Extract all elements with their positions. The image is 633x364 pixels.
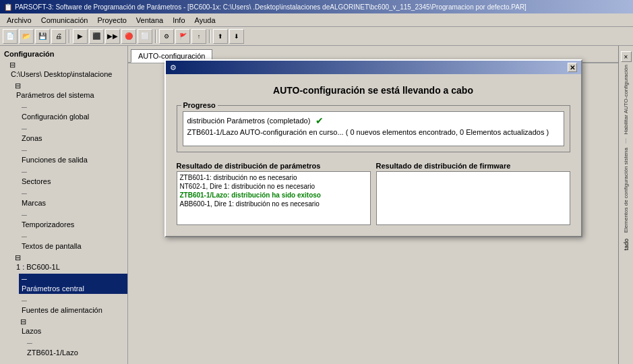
menu-ayuda[interactable]: Ayuda: [191, 16, 220, 25]
tree-item-bc600[interactable]: ⊟ 1 : BC600-1L: [0, 252, 127, 273]
tree-item-zonas1[interactable]: ─ Zonas: [0, 123, 127, 144]
tree-item-ztb601-lazo[interactable]: ─ ZTB601-1/Lazo: [0, 337, 127, 359]
menu-bar: Archivo Comunicación Proyecto Ventana In…: [0, 13, 633, 27]
toolbar-btn6[interactable]: ⬛: [89, 29, 104, 44]
result-params-line-2: NT602-1, Dire 1: distribución no es nece…: [180, 183, 367, 190]
tree-item-textos-pantalla1[interactable]: ─ Textos de pantalla: [0, 231, 127, 252]
toolbar-open[interactable]: 📂: [19, 29, 34, 44]
menu-proyecto[interactable]: Proyecto: [93, 16, 130, 25]
result-params-line-4: ABB600-1, Dire 1: distribución no es nec…: [180, 200, 367, 208]
result-params-box: ZTB601-1: distribución no es necesario N…: [177, 171, 371, 225]
progress-line-2: ZTB601-1/Lazo AUTO-configuración en curs…: [187, 128, 560, 136]
right-tado-label: tado: [623, 239, 630, 251]
toolbar: 📄 📂 💾 🖨 ▶ ⬛ ▶▶ 🔴 ⬜ ⚙ 🚩 ↑ ⬆ ⬇: [0, 27, 633, 46]
sidebar-header: Configuración: [0, 49, 127, 59]
dialog-overlay: ⚙ ✕ AUTO-configuración se está llevando …: [128, 46, 618, 364]
progress-text-1: distribución Parámetros (completado): [187, 117, 311, 125]
toolbar-param[interactable]: ⚙: [159, 29, 174, 44]
title-bar-text: PARSOFT-3: Software de Programación de P…: [15, 3, 526, 11]
tree-item-sectores[interactable]: ─ Sectores: [0, 166, 127, 187]
toolbar-btn8[interactable]: 🔴: [121, 29, 136, 44]
tree-root[interactable]: ⊟ C:\Users\ Desktop\instalacione: [0, 59, 127, 80]
tree-item-config-global[interactable]: ─ Configuración global: [0, 101, 127, 123]
tree-item-fuentes[interactable]: ─ Fuentes de alimentación: [0, 295, 127, 316]
result-firmware-label: Resultado de distribución de firmware: [376, 162, 570, 170]
toolbar-sep3: [209, 30, 210, 43]
dialog-title-left: ⚙: [170, 63, 179, 72]
results-row: Resultado de distribución de parámetros …: [177, 162, 570, 225]
tree-item-funciones-salida1[interactable]: ─ Funciones de salida: [0, 144, 127, 166]
tree-item-temporizadores[interactable]: ─ Temporizadores: [0, 209, 127, 231]
toolbar-flag[interactable]: 🚩: [175, 29, 190, 44]
result-firmware: Resultado de distribución de firmware: [376, 162, 570, 225]
toolbar-download[interactable]: ⬇: [229, 29, 244, 44]
tree-item-lazos[interactable]: ⊟ Lazos: [0, 316, 127, 337]
toolbar-upload[interactable]: ⬆: [213, 29, 228, 44]
check-icon-1: ✔: [315, 115, 324, 126]
tree-item-params-central[interactable]: ─ Parámetros central: [0, 273, 127, 295]
result-firmware-box: [376, 171, 570, 225]
main-container: Configuración ⊟ C:\Users\ Desktop\instal…: [0, 46, 633, 364]
tree-item-marcas[interactable]: ─ Marcas: [0, 187, 127, 209]
menu-ventana[interactable]: Ventana: [132, 16, 167, 25]
toolbar-btn7[interactable]: ▶▶: [105, 29, 120, 44]
tree-item-entradas[interactable]: ─ Entradas: [0, 359, 127, 364]
progress-inner: distribución Parámetros (completado) ✔ Z…: [183, 111, 564, 146]
toolbar-arrow[interactable]: ↑: [191, 29, 206, 44]
progress-legend: Progreso: [181, 101, 218, 109]
result-params: Resultado de distribución de parámetros …: [177, 162, 371, 225]
toolbar-btn5[interactable]: ▶: [73, 29, 88, 44]
right-panel: × Habilitar AUTO-configuración Elementos…: [618, 46, 633, 364]
menu-comunicacion[interactable]: Comunicación: [37, 16, 92, 25]
dialog-main-title: AUTO-configuración se está llevando a ca…: [177, 85, 570, 96]
toolbar-sep2: [155, 30, 156, 43]
progress-line-1: distribución Parámetros (completado) ✔: [187, 115, 560, 126]
result-params-label: Resultado de distribución de parámetros: [177, 162, 371, 170]
result-params-line-1: ZTB601-1: distribución no es necesario: [180, 174, 367, 181]
toolbar-save[interactable]: 💾: [35, 29, 50, 44]
menu-archivo[interactable]: Archivo: [3, 16, 36, 25]
title-bar: 📋 PARSOFT-3: Software de Programación de…: [0, 0, 633, 13]
right-panel-text1: Habilitar AUTO-configuración: [622, 62, 631, 137]
toolbar-btn9[interactable]: ⬜: [138, 29, 152, 44]
progress-text-2: ZTB601-1/Lazo AUTO-configuración en curs…: [187, 128, 549, 136]
right-panel-text2: Elementos de configuración sistena: [622, 145, 631, 235]
toolbar-new[interactable]: 📄: [3, 29, 18, 44]
result-params-line-3: ZTB601-1/Lazo: distribución ha sido exit…: [180, 191, 367, 199]
progress-section: Progreso distribución Parámetros (comple…: [177, 105, 570, 152]
tree-item-params-sistema[interactable]: ⊟ Parámetros del sistema: [0, 80, 127, 101]
dialog-body: AUTO-configuración se está llevando a ca…: [166, 74, 581, 236]
dialog-close-button[interactable]: ✕: [568, 63, 577, 72]
dialog-auto-config: ⚙ ✕ AUTO-configuración se está llevando …: [164, 59, 582, 237]
sidebar: Configuración ⊟ C:\Users\ Desktop\instal…: [0, 46, 128, 364]
content-area: AUTO-configuración ⚙ ✕ AUTO-configuració…: [128, 46, 618, 364]
toolbar-print[interactable]: 🖨: [51, 29, 66, 44]
dialog-titlebar: ⚙ ✕: [166, 61, 581, 74]
toolbar-sep1: [69, 30, 70, 43]
right-close-button[interactable]: ×: [621, 51, 632, 62]
dialog-icon: ⚙: [170, 63, 177, 72]
app-icon: 📋: [4, 3, 12, 11]
menu-info[interactable]: Info: [169, 16, 189, 25]
